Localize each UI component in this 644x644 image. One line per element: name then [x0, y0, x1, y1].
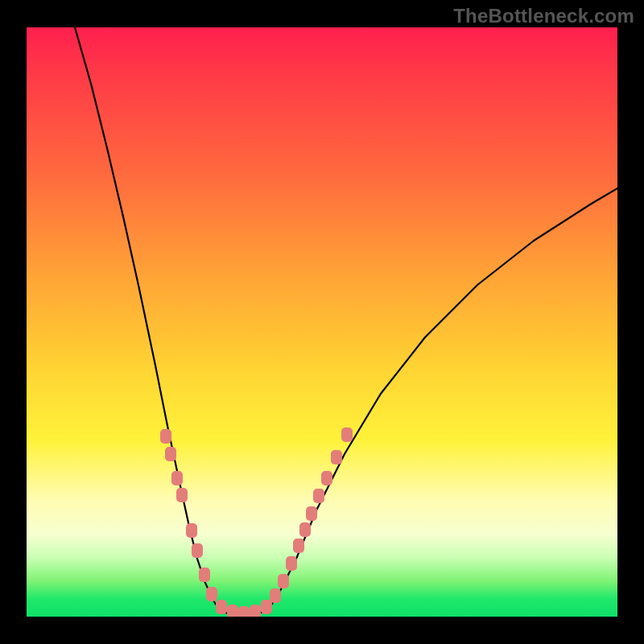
data-marker	[171, 471, 183, 485]
data-marker	[165, 447, 176, 461]
chart-frame: TheBottleneck.com	[0, 0, 644, 644]
data-marker	[227, 605, 238, 617]
data-marker	[313, 489, 324, 503]
data-marker	[270, 588, 281, 603]
data-marker	[299, 522, 311, 537]
data-marker	[216, 600, 227, 614]
plot-area	[27, 27, 617, 617]
curve-layer	[27, 27, 617, 617]
watermark-text: TheBottleneck.com	[453, 5, 634, 27]
data-marker	[261, 600, 272, 614]
data-marker	[199, 568, 210, 582]
data-marker	[238, 606, 250, 617]
data-marker	[321, 471, 332, 485]
data-marker	[186, 523, 197, 538]
data-marker	[278, 574, 289, 588]
data-marker	[192, 543, 203, 558]
data-marker	[293, 539, 304, 553]
data-marker	[331, 450, 342, 464]
data-marker	[341, 427, 353, 442]
data-marker	[286, 556, 297, 571]
data-marker	[160, 429, 171, 444]
data-marker	[176, 488, 188, 502]
data-marker	[306, 506, 317, 521]
bottleneck-curve	[75, 27, 617, 615]
data-marker	[250, 605, 261, 617]
data-marker	[206, 587, 217, 601]
